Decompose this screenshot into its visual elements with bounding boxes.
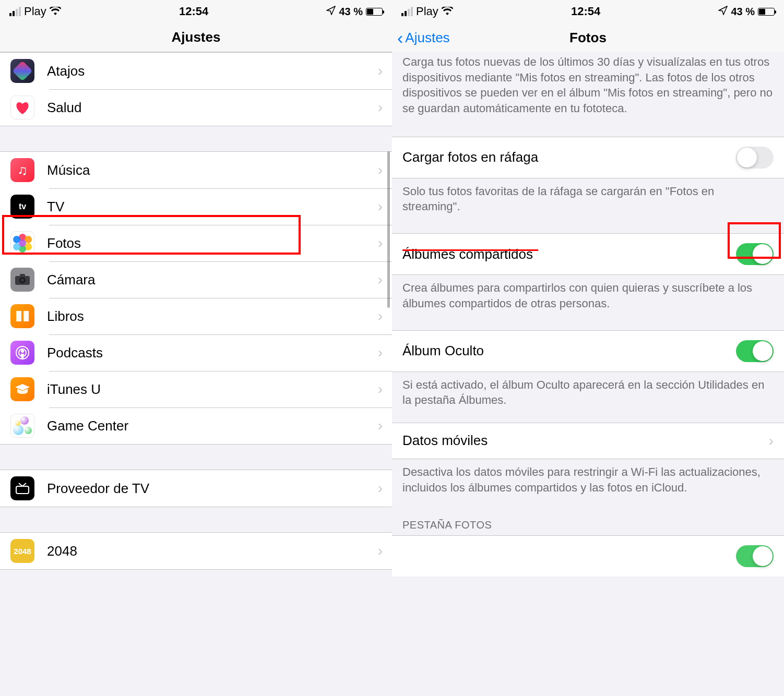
chevron-right-icon: › xyxy=(378,480,383,497)
svg-rect-7 xyxy=(16,486,29,494)
page-title: Ajustes xyxy=(172,29,221,45)
chevron-right-icon: › xyxy=(378,63,383,79)
wifi-icon xyxy=(442,6,453,18)
settings-row-podcasts[interactable]: Podcasts › xyxy=(0,334,392,371)
chevron-right-icon: › xyxy=(769,433,774,449)
chevron-right-icon: › xyxy=(378,543,383,559)
burst-upload-row: Cargar fotos en ráfaga xyxy=(392,137,784,178)
chevron-right-icon: › xyxy=(378,235,383,251)
back-button[interactable]: ‹ Ajustes xyxy=(397,23,450,52)
scroll-indicator[interactable] xyxy=(387,151,390,308)
settings-row-gamecenter[interactable]: Game Center › xyxy=(0,407,392,444)
svg-rect-1 xyxy=(20,274,25,277)
hidden-album-row: Álbum Oculto xyxy=(392,330,784,372)
location-icon xyxy=(718,6,728,18)
back-label: Ajustes xyxy=(405,30,449,46)
partial-row xyxy=(392,535,784,577)
chevron-right-icon: › xyxy=(378,271,383,288)
shared-albums-row: Álbumes compartidos xyxy=(392,233,784,275)
settings-row-tv[interactable]: tv TV › xyxy=(0,188,392,225)
carrier-label: Play xyxy=(24,5,46,18)
battery-percent: 43 % xyxy=(731,6,755,18)
fotos-icon xyxy=(10,231,34,255)
tvprovider-icon xyxy=(10,476,34,500)
nav-header: ‹ Ajustes Fotos xyxy=(392,23,784,52)
cellular-description: Desactiva los datos móviles para restrin… xyxy=(392,459,784,505)
burst-description: Solo tus fotos favoritas de la ráfaga se… xyxy=(392,178,784,224)
status-time: 12:54 xyxy=(571,5,600,18)
settings-row-tvprovider[interactable]: Proveedor de TV › xyxy=(0,470,392,507)
battery-percent: 43 % xyxy=(339,6,363,18)
chevron-right-icon: › xyxy=(378,417,383,434)
chevron-right-icon: › xyxy=(378,344,383,361)
chevron-left-icon: ‹ xyxy=(397,29,403,46)
itunesu-icon xyxy=(10,377,34,401)
status-bar: Play 12:54 43 % xyxy=(392,0,784,23)
row-label: iTunes U xyxy=(47,381,378,398)
salud-icon xyxy=(10,95,34,119)
settings-screen: Play 12:54 43 % Ajustes Atajos › xyxy=(0,0,392,696)
status-bar: Play 12:54 43 % xyxy=(0,0,392,23)
camara-icon xyxy=(10,268,34,292)
settings-row-atajos[interactable]: Atajos › xyxy=(0,53,392,89)
chevron-right-icon: › xyxy=(378,162,383,178)
row-label: TV xyxy=(47,199,378,215)
row-label: Atajos xyxy=(47,63,378,79)
partial-toggle[interactable] xyxy=(736,545,774,567)
row-label: Proveedor de TV xyxy=(47,481,378,497)
fotos-settings-screen: Play 12:54 43 % ‹ Ajustes Fotos Carga tu… xyxy=(392,0,784,696)
hidden-album-toggle[interactable] xyxy=(736,340,774,362)
svg-point-6 xyxy=(21,350,24,353)
burst-upload-label: Cargar fotos en ráfaga xyxy=(402,149,538,165)
gamecenter-icon xyxy=(10,414,34,438)
chevron-right-icon: › xyxy=(378,308,383,325)
status-time: 12:54 xyxy=(179,5,208,18)
settings-row-fotos[interactable]: Fotos › xyxy=(0,225,392,261)
settings-row-itunesu[interactable]: iTunes U › xyxy=(0,371,392,407)
row-label: Música xyxy=(47,162,378,178)
signal-icon xyxy=(9,7,21,16)
svg-point-3 xyxy=(21,279,24,282)
carrier-label: Play xyxy=(416,5,438,18)
partial-label xyxy=(402,548,406,565)
hidden-description: Si está activado, el álbum Oculto aparec… xyxy=(392,372,784,417)
row-label: Cámara xyxy=(47,272,378,288)
settings-content[interactable]: Atajos › Salud › ♫ Música › tv TV › xyxy=(0,52,392,696)
shared-description: Crea álbumes para compartirlos con quien… xyxy=(392,275,784,320)
chevron-right-icon: › xyxy=(378,381,383,398)
shared-albums-label: Álbumes compartidos xyxy=(402,246,533,262)
atajos-icon xyxy=(10,59,34,83)
app-2048-icon: 2048 xyxy=(10,539,34,563)
row-label: Podcasts xyxy=(47,345,378,361)
settings-row-musica[interactable]: ♫ Música › xyxy=(0,152,392,188)
wifi-icon xyxy=(50,6,61,18)
fotos-content[interactable]: Carga tus fotos nuevas de los últimos 30… xyxy=(392,52,784,696)
signal-icon xyxy=(401,7,413,16)
libros-icon xyxy=(10,304,34,328)
cellular-data-row[interactable]: Datos móviles › xyxy=(392,423,784,459)
chevron-right-icon: › xyxy=(378,99,383,116)
row-label: Salud xyxy=(47,100,378,116)
hidden-album-label: Álbum Oculto xyxy=(402,343,484,359)
row-label: Fotos xyxy=(47,235,378,251)
musica-icon: ♫ xyxy=(10,158,34,182)
cellular-data-label: Datos móviles xyxy=(402,433,488,449)
settings-row-2048[interactable]: 2048 2048 › xyxy=(0,533,392,569)
location-icon xyxy=(326,6,336,18)
nav-header: Ajustes xyxy=(0,23,392,52)
settings-row-camara[interactable]: Cámara › xyxy=(0,261,392,298)
settings-row-salud[interactable]: Salud › xyxy=(0,89,392,126)
streaming-description: Carga tus fotos nuevas de los últimos 30… xyxy=(392,52,784,126)
burst-upload-toggle[interactable] xyxy=(736,147,774,169)
tv-icon: tv xyxy=(10,195,34,219)
row-label: 2048 xyxy=(47,543,378,559)
settings-row-libros[interactable]: Libros › xyxy=(0,298,392,334)
shared-albums-toggle[interactable] xyxy=(736,243,774,265)
page-title: Fotos xyxy=(569,30,607,46)
battery-icon xyxy=(758,8,775,16)
section-header-fotos: PESTAÑA FOTOS xyxy=(392,505,784,535)
battery-icon xyxy=(366,8,383,16)
podcasts-icon xyxy=(10,341,34,365)
chevron-right-icon: › xyxy=(378,198,383,215)
row-label: Libros xyxy=(47,308,378,325)
